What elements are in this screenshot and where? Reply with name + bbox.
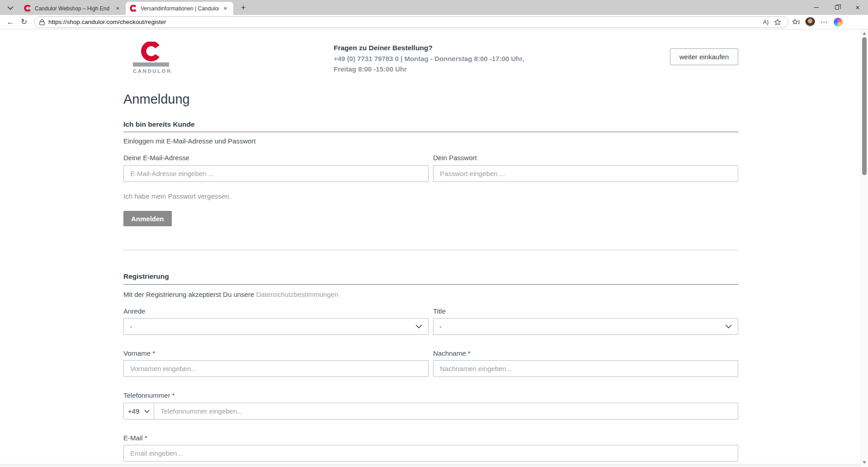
read-aloud-icon[interactable]: A) [760, 17, 772, 28]
chevron-down-icon [7, 6, 14, 10]
candulor-favicon-icon [24, 5, 31, 12]
login-email-input[interactable] [123, 165, 429, 182]
nachname-label: Nachname * [433, 350, 738, 357]
new-tab-button[interactable]: + [237, 2, 250, 14]
header-question: Fragen zu Deiner Bestellung? [334, 44, 524, 52]
tab-versandinformationen[interactable]: Versandinformationen | Candulor ✕ [126, 2, 233, 15]
lock-icon [39, 19, 45, 25]
phone-prefix-select[interactable]: +49 [123, 403, 154, 419]
tab-candulor-webshop[interactable]: Candulor Webshop – High End Pro ✕ [20, 2, 126, 15]
title-label: Title [433, 308, 738, 315]
anrede-label: Anrede [123, 308, 429, 315]
window-controls: ✕ [806, 0, 868, 15]
continue-shopping-button[interactable]: weiter einkaufen [670, 48, 738, 65]
chevron-down-icon [725, 324, 732, 329]
title-value: - [439, 323, 442, 330]
privacy-policy-link[interactable]: Datenschutzbestimmungen [256, 291, 338, 298]
minimize-button[interactable] [806, 0, 826, 15]
favorite-star-icon[interactable] [772, 17, 783, 28]
forgot-password-link[interactable]: Ich habe mein Passwort vergessen. [123, 193, 231, 200]
registration-section-title: Registrierung [123, 273, 738, 280]
copilot-icon[interactable] [832, 16, 844, 28]
header-contact-block: Fragen zu Deiner Bestellung? +49 (0) 773… [334, 44, 524, 73]
favorites-bar-icon[interactable] [790, 16, 802, 28]
minimize-icon [814, 7, 819, 8]
header-phone-line2: Freitag 8:00 -15:00 Uhr [334, 65, 524, 73]
restore-button[interactable] [826, 0, 847, 15]
scrollbar-down-arrow-icon[interactable] [863, 461, 866, 464]
section-divider [123, 132, 738, 132]
site-header: CANDULOR Fragen zu Deiner Bestellung? +4… [123, 42, 738, 85]
scrollbar-thumb[interactable] [862, 37, 867, 175]
star-icon [774, 19, 781, 26]
tab-close-icon[interactable]: ✕ [222, 5, 229, 12]
page-title: Anmeldung [123, 93, 738, 106]
candulor-logo[interactable]: CANDULOR [133, 42, 169, 74]
tab-title: Versandinformationen | Candulor [141, 5, 219, 12]
close-window-button[interactable]: ✕ [847, 0, 868, 15]
tab-strip: Candulor Webshop – High End Pro ✕ Versan… [0, 0, 868, 15]
copilot-logo [834, 18, 843, 27]
chevron-down-icon [144, 410, 150, 413]
candulor-c-icon [141, 42, 161, 62]
navigation-bar: ← ↻ https://shop.candulor.com/checkout/r… [0, 15, 868, 29]
phone-prefix-value: +49 [128, 407, 139, 415]
telefonnummer-input[interactable] [154, 403, 738, 419]
tab-close-icon[interactable]: ✕ [114, 5, 122, 12]
register-email-input[interactable] [123, 445, 738, 462]
section-divider [123, 284, 738, 285]
email-label: Deine E-Mail-Adresse [123, 154, 429, 161]
logo-wordmark: CANDULOR [133, 68, 169, 74]
next-section-edge [0, 464, 860, 467]
chevron-down-icon [415, 324, 422, 329]
title-select[interactable]: - [433, 318, 738, 335]
vorname-input[interactable] [123, 360, 429, 377]
tab-search-button[interactable] [4, 2, 17, 13]
address-bar[interactable]: https://shop.candulor.com/checkout/regis… [34, 16, 788, 28]
url-text[interactable]: https://shop.candulor.com/checkout/regis… [48, 19, 760, 25]
login-submit-button[interactable]: Anmelden [123, 211, 172, 226]
logo-bar [133, 62, 169, 67]
candulor-favicon-icon [130, 5, 137, 12]
profile-avatar[interactable] [804, 16, 816, 28]
nachname-input[interactable] [433, 360, 738, 377]
dotted-divider [123, 250, 738, 250]
login-subtitle: Einloggen mit E-Mail-Adresse und Passwor… [123, 138, 738, 144]
scrollbar-up-arrow-icon[interactable] [863, 32, 866, 35]
page-viewport: CANDULOR Fragen zu Deiner Bestellung? +4… [0, 29, 868, 467]
settings-more-icon[interactable]: ⋯ [818, 16, 830, 28]
privacy-text: Mit der Registrierung akzeptierst Du uns… [123, 291, 256, 298]
header-phone-line1: +49 (0) 7731 79783 0 | Montag - Donnerst… [334, 55, 524, 62]
browser-window: Candulor Webshop – High End Pro ✕ Versan… [0, 0, 868, 467]
anrede-value: - [130, 323, 132, 330]
password-label: Dein Passwort [433, 154, 738, 161]
login-password-input[interactable] [433, 165, 738, 182]
login-section-title: Ich bin bereits Kunde [123, 121, 738, 128]
restore-icon [835, 5, 839, 10]
register-email-label: E-Mail * [123, 434, 738, 441]
tab-title: Candulor Webshop – High End Pro [35, 5, 111, 12]
telefonnummer-label: Telefonnummer * [123, 392, 738, 399]
vorname-label: Vorname * [123, 350, 429, 357]
page-scrollbar[interactable] [860, 29, 868, 467]
refresh-button[interactable]: ↻ [17, 16, 31, 29]
anrede-select[interactable]: - [123, 318, 429, 335]
privacy-note: Mit der Registrierung akzeptierst Du uns… [123, 291, 738, 298]
back-button[interactable]: ← [4, 16, 17, 29]
avatar [805, 17, 815, 27]
